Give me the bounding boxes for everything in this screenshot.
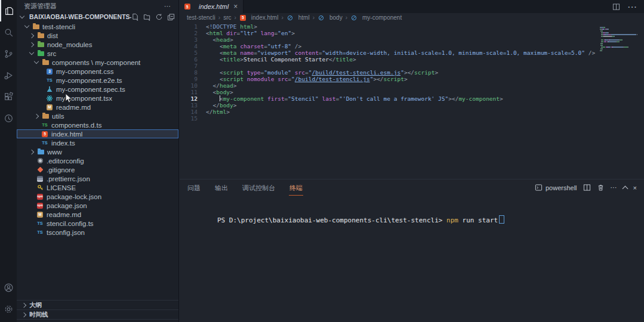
editor-more-actions-icon[interactable]: ⋯ [627, 1, 637, 13]
new-folder-icon[interactable] [143, 13, 151, 21]
breadcrumb-item-body[interactable]: body [318, 14, 343, 21]
chevron-right-icon [21, 302, 26, 307]
tree-item-readme-md[interactable]: Mreadme.md [17, 103, 178, 112]
code-line-15[interactable]: 15 [180, 115, 644, 122]
line-number: 8 [180, 69, 206, 76]
extensions-icon[interactable] [0, 86, 17, 107]
tab-label: index.html [199, 3, 229, 10]
tree-item-components-my-component[interactable]: components \ my-component [17, 58, 178, 67]
tree-item--prettierrc-json[interactable]: .prettierrc.json [17, 174, 178, 183]
minimap-line [600, 47, 639, 48]
tree-item-dist[interactable]: dist [17, 31, 178, 40]
panel-tab-item[interactable]: 输出 [214, 180, 229, 196]
md-icon: M [46, 104, 53, 111]
panel-more-actions-icon[interactable]: ⋯ [611, 184, 617, 191]
minimap-line [600, 29, 639, 30]
code-line-13[interactable]: 13 </body> [180, 102, 644, 109]
sidebar-section--[interactable]: 时间线 [17, 309, 178, 319]
panel-tab-item[interactable]: 问题 [187, 180, 201, 196]
npm-icon: npm [36, 193, 44, 200]
breadcrumb-item-html[interactable]: html [286, 14, 310, 21]
tree-item-label: test-stencli [42, 23, 75, 30]
code-line-11[interactable]: 11 <body> [180, 89, 644, 95]
code-line-14[interactable]: 14</html> [180, 109, 644, 115]
line-number: 10 [180, 82, 206, 89]
code-lines: 1<!DOCTYPE html>2<html dir="ltr" lang="e… [180, 22, 644, 122]
tree-item-index-html[interactable]: 5index.html [17, 129, 178, 138]
clock-icon[interactable] [0, 107, 17, 129]
panel-tab-item[interactable]: 调试控制台 [242, 180, 276, 196]
search-icon[interactable] [0, 21, 17, 43]
explorer-icon[interactable] [0, 0, 17, 21]
terminal-content[interactable]: PS D:\project\baixiaobai-web-components-… [180, 196, 644, 232]
tree-item-package-lock-json[interactable]: npmpackage-lock.json [17, 192, 178, 201]
code-line-5[interactable]: 5 <meta name="viewport" content="width=d… [180, 49, 644, 56]
tree-item-node-modules[interactable]: node_modules [17, 40, 178, 49]
project-section-header[interactable]: BAIXIAOBAI-WEB-COMPONENTS-CLI [17, 12, 178, 21]
views-more-actions-icon[interactable]: ⋯ [164, 2, 171, 10]
tree-item-components-d-ts[interactable]: TScomponents.d.ts [17, 120, 178, 129]
breadcrumb-separator: › [313, 14, 315, 21]
code-editor[interactable]: 1<!DOCTYPE html>2<html dir="ltr" lang="e… [180, 22, 644, 179]
spec-icon [46, 86, 53, 93]
source-control-icon[interactable] [0, 43, 17, 64]
minimap-line [600, 38, 639, 39]
sidebar-section-npm-scripts[interactable]: NPM SCRIPTS [17, 319, 178, 322]
code-line-4[interactable]: 4 <meta charset="utf-8" /> [180, 43, 644, 49]
tree-item-my-component-tsx[interactable]: my-component.tsx [17, 94, 178, 103]
tree-item--gitignore[interactable]: .gitignore [17, 165, 178, 174]
breadcrumb-item-test-stencli[interactable]: test-stencli [187, 14, 215, 21]
tree-item-my-component-e2e-ts[interactable]: TSmy-component.e2e.ts [17, 76, 178, 85]
tree-item-index-ts[interactable]: TSindex.ts [17, 138, 178, 147]
minimap-line [600, 45, 639, 46]
vscode-window: 资源管理器 ⋯ BAIXIAOBAI-WEB-COMPONENTS-CLI te… [0, 0, 644, 322]
shell-selector[interactable]: powershell [535, 184, 577, 191]
tree-item-label: components.d.ts [51, 122, 101, 129]
close-panel-icon[interactable]: × [633, 184, 637, 191]
tree-item-package-json[interactable]: npmpackage.json [17, 201, 178, 210]
collapse-all-icon[interactable] [167, 13, 175, 21]
tree-item-utils[interactable]: utils [17, 112, 178, 120]
chevron-right-icon [29, 42, 34, 47]
maximize-panel-icon[interactable] [622, 185, 628, 191]
tree-item-www[interactable]: www [17, 147, 178, 156]
code-line-3[interactable]: 3 <head> [180, 36, 644, 43]
tree-item-tsconfig-json[interactable]: TStsconfig.json [17, 228, 178, 237]
breadcrumb-item-src[interactable]: src [223, 14, 231, 21]
code-line-10[interactable]: 10 </head> [180, 82, 644, 89]
tree-item-readme-md[interactable]: Mreadme.md [17, 210, 178, 219]
tsconfig-icon: TS [36, 229, 44, 236]
tree-item-test-stencli[interactable]: test-stencli [17, 22, 178, 31]
tree-item-my-component-spec-ts[interactable]: my-component.spec.ts [17, 85, 178, 94]
line-number: 6 [180, 56, 206, 63]
settings-gear-icon[interactable] [0, 298, 17, 320]
code-line-1[interactable]: 1<!DOCTYPE html> [180, 23, 644, 30]
account-icon[interactable] [0, 277, 17, 298]
code-line-6[interactable]: 6 <title>Stencil Component Starter</titl… [180, 56, 644, 63]
code-line-9[interactable]: 9 <script nomodule src="/build/test-sten… [180, 76, 644, 82]
tree-item-license[interactable]: LICENSE [17, 183, 178, 192]
line-number: 2 [180, 30, 206, 36]
tab-close-icon[interactable]: × [233, 2, 238, 11]
code-line-7[interactable]: 7 [180, 63, 644, 69]
tree-item-src[interactable]: src [17, 49, 178, 58]
split-editor-icon[interactable] [612, 3, 620, 11]
run-debug-icon[interactable] [0, 64, 17, 86]
panel-tab-terminal-active[interactable]: 终端 [289, 180, 303, 196]
minimap[interactable] [600, 27, 639, 54]
breadcrumb-item-my-component[interactable]: my-component [350, 14, 402, 21]
split-terminal-icon[interactable] [583, 184, 591, 191]
sidebar-section--[interactable]: 大纲 [17, 300, 178, 309]
tree-item--editorconfig[interactable]: .editorconfig [17, 156, 178, 165]
code-line-8[interactable]: 8 <script type="module" src="/build/test… [180, 69, 644, 76]
kill-terminal-icon[interactable] [597, 184, 605, 191]
code-line-2[interactable]: 2<html dir="ltr" lang="en"> [180, 30, 644, 36]
code-line-12[interactable]: 12 <my-component first="Stencil" last="'… [180, 95, 644, 102]
breadcrumb-item-index-html[interactable]: 5index.html [239, 14, 279, 21]
refresh-icon[interactable] [155, 13, 163, 21]
new-file-icon[interactable] [131, 13, 139, 21]
tab-index-html[interactable]: 5 index.html × [180, 0, 244, 13]
breadcrumb: test-stencli›src›5index.html›html›body›m… [180, 13, 644, 22]
tree-item-stencil-config-ts[interactable]: TSstencil.config.ts [17, 219, 178, 228]
tree-item-my-component-css[interactable]: 3my-component.css [17, 67, 178, 76]
